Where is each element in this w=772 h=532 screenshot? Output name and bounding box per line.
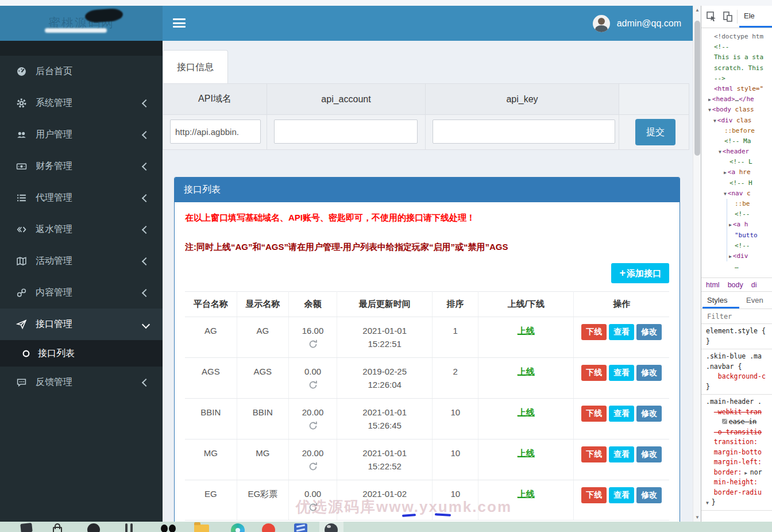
dom-tree-line[interactable]: <!-- (708, 241, 772, 251)
action-button-1[interactable]: 查看 (609, 487, 634, 503)
action-button-0[interactable]: 下线 (581, 324, 607, 340)
sidebar-item-7[interactable]: 内容管理 (0, 277, 163, 309)
action-button-1[interactable]: 查看 (609, 446, 634, 462)
css-rule-section[interactable]: .skin-blue .ma.navbar { background-c} (701, 349, 772, 395)
dom-tree-line[interactable]: <!-- L (708, 157, 772, 167)
expand-arrow-icon[interactable]: ▶ (708, 97, 711, 102)
status-link[interactable]: 上线 (518, 448, 535, 458)
dom-tree-line[interactable]: ▶<a h (708, 219, 772, 230)
sidebar-item-8[interactable]: 接口管理 (0, 309, 163, 340)
user-menu[interactable]: admin@qq.com (593, 13, 681, 34)
action-button-0[interactable]: 下线 (581, 487, 607, 503)
tab-event-listeners[interactable]: Even (746, 296, 763, 304)
refresh-balance-icon[interactable] (307, 502, 319, 513)
sidebar-toggle-icon[interactable] (173, 18, 186, 28)
dom-tree-line[interactable]: ▶<div (708, 251, 772, 261)
sidebar-item-6[interactable]: 活动管理 (0, 245, 163, 277)
refresh-balance-icon[interactable] (307, 461, 319, 472)
api-account-input[interactable] (274, 119, 418, 144)
submit-button[interactable]: 提交 (635, 119, 676, 145)
action-button-2[interactable]: 修改 (636, 324, 662, 340)
breadcrumb-body[interactable]: body (728, 281, 743, 289)
dom-tree-line[interactable]: ▼<div clas (708, 115, 772, 126)
scroll-down-arrow[interactable]: ▼ (693, 515, 701, 520)
css-rule-section[interactable]: element.style {} (701, 324, 772, 349)
action-button-1[interactable]: 查看 (609, 324, 634, 340)
refresh-balance-icon[interactable] (307, 338, 319, 350)
status-link[interactable]: 上线 (518, 367, 535, 376)
headphones-icon[interactable] (161, 523, 176, 532)
breadcrumb-div[interactable]: di (751, 281, 757, 289)
action-button-2[interactable]: 修改 (636, 446, 662, 462)
record-icon[interactable] (262, 523, 275, 532)
expand-arrow-icon[interactable]: ▶ (729, 254, 732, 259)
dom-tree-line[interactable]: <!-- H (708, 178, 772, 188)
dom-tree-line[interactable]: This is a sta (708, 52, 772, 63)
dom-tree-line[interactable]: ▶<head>…</he (708, 94, 772, 105)
expand-arrow-icon[interactable]: ▼ (719, 149, 721, 155)
dom-tree-line[interactable]: <!-- (708, 42, 772, 52)
device-toolbar-icon[interactable] (722, 11, 734, 22)
expand-arrow-icon[interactable]: ▼ (713, 118, 716, 124)
refresh-balance-icon[interactable] (307, 420, 319, 431)
windows-icon[interactable] (294, 523, 307, 532)
sidebar-item-3[interactable]: 财务管理 (0, 151, 163, 182)
sidebar-item-2[interactable]: 用户管理 (0, 119, 163, 151)
action-button-1[interactable]: 查看 (609, 406, 634, 422)
status-link[interactable]: 上线 (518, 326, 535, 336)
expand-arrow-icon[interactable]: ▼ (724, 191, 727, 196)
action-button-2[interactable]: 修改 (636, 406, 662, 422)
start-icon[interactable] (20, 523, 33, 532)
dom-tree-line[interactable]: "butto (708, 230, 772, 241)
dom-tree[interactable]: <!doctype htm<!--This is a stascratch. T… (701, 28, 772, 277)
dom-tree-line[interactable]: --> (708, 74, 772, 84)
dom-tree-line[interactable]: ::before (708, 126, 772, 136)
dom-tree-line[interactable]: ▼<header (708, 147, 772, 157)
dom-tree-line[interactable]: ::be (708, 199, 772, 209)
api-key-input[interactable] (433, 119, 615, 144)
dom-tree-line[interactable]: ▶<a hre (708, 167, 772, 178)
status-link[interactable]: 上线 (518, 407, 535, 417)
tab-styles[interactable]: Styles (707, 296, 727, 304)
sidebar-item-0[interactable]: 后台首页 (0, 56, 163, 87)
app-dark-icon[interactable] (87, 523, 100, 532)
pause-icon[interactable] (125, 523, 133, 532)
browser-icon[interactable] (231, 523, 245, 532)
action-button-2[interactable]: 修改 (636, 365, 662, 381)
dom-tree-line[interactable]: <!-- Ma (708, 136, 772, 147)
action-button-0[interactable]: 下线 (581, 446, 607, 462)
breadcrumb-html[interactable]: html (706, 281, 720, 289)
lock-icon[interactable] (53, 527, 62, 532)
dom-tree-line[interactable]: scratch. This (708, 63, 772, 74)
expand-arrow-icon[interactable]: ▶ (729, 222, 732, 228)
action-button-0[interactable]: 下线 (581, 406, 607, 422)
bezier-icon[interactable] (722, 419, 727, 424)
folder-icon[interactable] (194, 525, 209, 532)
action-button-2[interactable]: 修改 (636, 487, 662, 503)
dom-tree-line[interactable]: …▼<nav c (708, 188, 772, 199)
sidebar-item-10[interactable]: 反馈管理 (0, 367, 163, 398)
dom-tree-line[interactable]: <html style=" (708, 84, 772, 94)
expand-arrow-icon[interactable]: ▼ (708, 107, 711, 113)
dom-tree-line[interactable]: <!-- (708, 209, 772, 219)
sidebar-item-1[interactable]: 系统管理 (0, 87, 163, 119)
css-rule-section[interactable]: .main-header . -webkit-tran ease-in -o-t… (701, 395, 772, 511)
refresh-balance-icon[interactable] (307, 379, 319, 391)
inspect-element-icon[interactable] (706, 11, 717, 22)
action-button-0[interactable]: 下线 (581, 365, 607, 381)
api-domain-input[interactable] (170, 119, 261, 144)
styles-filter-input[interactable] (706, 312, 766, 321)
action-button-1[interactable]: 查看 (609, 365, 634, 381)
dom-tree-line[interactable]: ▼<body class (708, 105, 772, 115)
dom-tree-line[interactable]: … (708, 261, 772, 272)
scroll-up-arrow[interactable]: ▲ (693, 7, 701, 13)
sidebar-item-4[interactable]: 代理管理 (0, 182, 163, 214)
app-logo[interactable]: 蜜桃源码网 (0, 6, 163, 41)
add-interface-button[interactable]: +添加接口 (611, 263, 669, 283)
scrollbar-thumb[interactable] (694, 21, 700, 156)
status-link[interactable]: 上线 (518, 489, 535, 499)
dom-tree-line[interactable]: <!doctype htm (708, 32, 772, 42)
tab-interface-info[interactable]: 接口信息 (163, 50, 228, 84)
css-rules[interactable]: element.style {}.skin-blue .ma.navbar { … (701, 324, 772, 511)
page-scrollbar[interactable]: ▲ ▼ (693, 6, 701, 522)
